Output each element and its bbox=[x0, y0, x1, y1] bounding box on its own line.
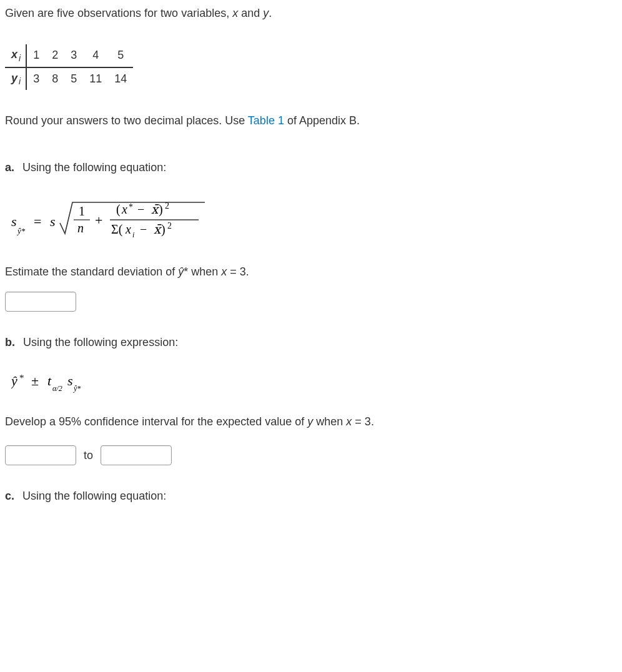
x-subscript: i bbox=[19, 53, 21, 63]
intro-var2: y bbox=[263, 7, 269, 19]
svg-text:=: = bbox=[34, 214, 41, 229]
svg-text:1: 1 bbox=[79, 204, 85, 218]
part-b-equation: ŷ * ± t α/2 s ŷ* bbox=[11, 370, 611, 395]
equation-svg-b: ŷ * ± t α/2 s ŷ* bbox=[11, 370, 136, 395]
svg-text:*: * bbox=[19, 373, 24, 383]
table-cell: 11 bbox=[83, 67, 108, 91]
intro-text: Given are five observations for two vari… bbox=[5, 5, 617, 22]
svg-text:s: s bbox=[11, 214, 17, 229]
svg-text:−: − bbox=[137, 202, 144, 216]
instructions-appendix: of Appendix B. bbox=[284, 114, 360, 127]
part-a-equation: s ŷ* = s 1 n + ( x * − x̄ ) 2 bbox=[11, 195, 611, 245]
svg-text:ŷ: ŷ bbox=[11, 373, 17, 388]
part-b-q-post: = 3. bbox=[352, 415, 374, 428]
intro-var1: x bbox=[232, 7, 238, 19]
intro-given: Given are five observations for two vari… bbox=[5, 7, 232, 19]
svg-text:*: * bbox=[129, 202, 133, 212]
data-table: xi 1 2 3 4 5 yi 3 8 5 11 14 bbox=[5, 44, 133, 90]
part-b-q-var1: y bbox=[307, 415, 313, 428]
part-b-prompt: Using the following expression: bbox=[23, 336, 178, 348]
table-cell: 14 bbox=[108, 67, 133, 91]
svg-text:Σ(: Σ( bbox=[111, 222, 123, 237]
equation-svg-a: s ŷ* = s 1 n + ( x * − x̄ ) 2 bbox=[11, 195, 211, 245]
svg-text:t: t bbox=[47, 373, 52, 388]
part-b-answer-lower-input[interactable] bbox=[5, 445, 76, 465]
svg-text:i: i bbox=[132, 230, 134, 239]
part-a-q-sym: ŷ bbox=[178, 265, 184, 278]
part-b-q-mid: when bbox=[313, 415, 346, 428]
table-1-link[interactable]: Table 1 bbox=[248, 114, 284, 127]
part-a-q-post2: = 3. bbox=[227, 265, 249, 278]
svg-text:): ) bbox=[161, 222, 165, 237]
part-b-answer-upper-input[interactable] bbox=[101, 445, 172, 465]
table-cell: 1 bbox=[26, 44, 46, 67]
table-row-x: xi 1 2 3 4 5 bbox=[5, 44, 133, 67]
table-cell: 2 bbox=[46, 44, 64, 67]
svg-text:+: + bbox=[95, 212, 102, 228]
part-a-q-var: x bbox=[221, 265, 227, 278]
part-b-q-pre: Develop a 95% confidence interval for th… bbox=[5, 415, 307, 428]
part-a-answer-input[interactable] bbox=[5, 292, 76, 312]
svg-text:ŷ*: ŷ* bbox=[16, 226, 26, 235]
y-subscript: i bbox=[19, 76, 21, 86]
part-a-q-post1: * when bbox=[184, 265, 221, 278]
table-row-y: yi 3 8 5 11 14 bbox=[5, 67, 133, 91]
intro-period: . bbox=[269, 7, 272, 19]
svg-text:): ) bbox=[159, 202, 163, 217]
table-cell: 4 bbox=[83, 44, 108, 67]
part-c: c. Using the following equation: bbox=[5, 488, 617, 505]
svg-text:x: x bbox=[125, 222, 131, 236]
table-cell: 8 bbox=[46, 67, 64, 91]
svg-text:s: s bbox=[67, 373, 73, 388]
table-cell: 5 bbox=[64, 67, 83, 91]
instructions: Round your answers to two decimal places… bbox=[5, 112, 617, 129]
instructions-round: Round your answers to two decimal places… bbox=[5, 114, 248, 127]
svg-text:±: ± bbox=[31, 373, 39, 388]
part-a-heading: a. Using the following equation: bbox=[5, 159, 617, 176]
part-a-label: a. bbox=[5, 159, 14, 176]
part-c-label: c. bbox=[5, 488, 14, 505]
svg-text:s: s bbox=[50, 214, 56, 229]
part-a-question: Estimate the standard deviation of ŷ* wh… bbox=[5, 264, 617, 280]
intro-and: and bbox=[238, 7, 263, 19]
part-b: b. Using the following expression: ŷ * ±… bbox=[5, 334, 617, 465]
svg-text:2: 2 bbox=[165, 201, 169, 210]
svg-text:α/2: α/2 bbox=[52, 384, 62, 393]
part-c-prompt: Using the following equation: bbox=[22, 490, 166, 502]
y-header-label: y bbox=[11, 72, 17, 84]
table-cell: 3 bbox=[26, 67, 46, 91]
svg-text:n: n bbox=[77, 221, 84, 235]
svg-text:−: − bbox=[140, 222, 147, 236]
svg-text:x: x bbox=[121, 202, 127, 216]
part-c-heading: c. Using the following equation: bbox=[5, 488, 617, 505]
document-content: Given are five observations for two vari… bbox=[5, 5, 617, 505]
x-header-label: x bbox=[11, 48, 17, 61]
part-b-question: Develop a 95% confidence interval for th… bbox=[5, 413, 617, 430]
to-label: to bbox=[84, 447, 93, 464]
part-b-label: b. bbox=[5, 334, 15, 351]
table-cell: 3 bbox=[64, 44, 83, 67]
svg-text:(: ( bbox=[116, 202, 121, 217]
y-row-header: yi bbox=[5, 67, 26, 91]
part-a-prompt: Using the following equation: bbox=[22, 161, 166, 174]
svg-text:2: 2 bbox=[167, 221, 172, 230]
x-row-header: xi bbox=[5, 44, 26, 67]
part-b-heading: b. Using the following expression: bbox=[5, 334, 617, 351]
table-cell: 5 bbox=[108, 44, 133, 67]
part-b-answer-row: to bbox=[5, 445, 617, 465]
svg-text:ŷ*: ŷ* bbox=[73, 384, 81, 393]
part-b-q-var2: x bbox=[346, 415, 352, 428]
part-a-q-pre: Estimate the standard deviation of bbox=[5, 265, 178, 278]
part-a: a. Using the following equation: s ŷ* = … bbox=[5, 159, 617, 312]
